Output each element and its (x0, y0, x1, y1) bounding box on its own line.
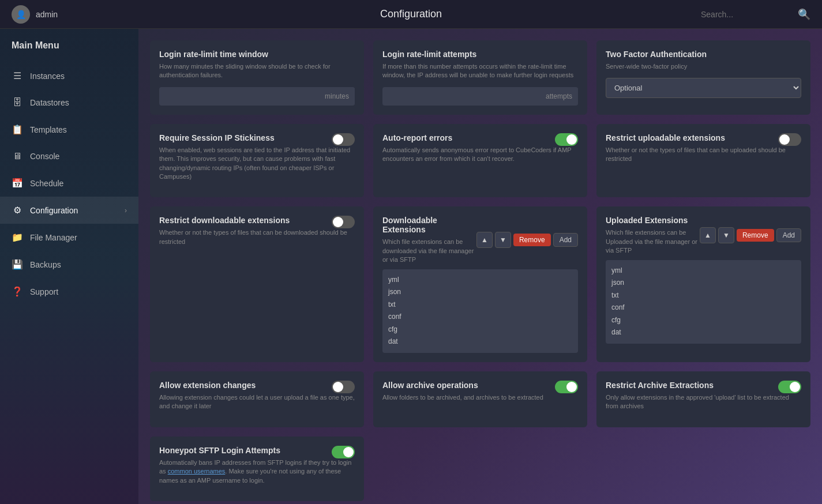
search-input[interactable] (701, 10, 793, 19)
card-header-row: Allow extension changes (159, 381, 355, 393)
card-desc: Whether or not the types of files that c… (606, 146, 801, 164)
card-desc: Server-wide two-factor policy (606, 62, 801, 71)
sidebar-item-label: Instances (30, 72, 65, 81)
card-header-row: Honeypot SFTP Login Attempts (159, 446, 355, 458)
move-up-button[interactable]: ▲ (476, 232, 493, 248)
sidebar-item-console[interactable]: 🖥 Console (0, 143, 138, 170)
sidebar-item-backups[interactable]: 💾 Backups (0, 251, 138, 278)
card-restrict-uploadable: Restrict uploadable extensions Whether o… (596, 124, 810, 198)
sidebar-heading: Main Menu (0, 40, 138, 62)
minutes-suffix: minutes (319, 88, 355, 105)
card-title: Two Factor Authentication (606, 50, 801, 59)
card-allow-archive-operations: Allow archive operations Allow folders t… (373, 371, 587, 427)
sidebar: Main Menu ☰ Instances 🗄 Datastores 📋 Tem… (0, 29, 138, 504)
schedule-icon: 📅 (12, 178, 23, 189)
card-session-ip-stickiness: Require Session IP Stickiness When enabl… (150, 124, 364, 198)
remove-button[interactable]: Remove (737, 229, 774, 242)
card-desc: When enabled, web sessions are tied to t… (159, 146, 355, 182)
sidebar-item-support[interactable]: ❓ Support (0, 278, 138, 305)
file-manager-icon: 📁 (12, 232, 23, 243)
auto-report-errors-toggle[interactable] (555, 133, 578, 146)
backups-icon: 💾 (12, 259, 23, 270)
move-up-button[interactable]: ▲ (700, 227, 716, 243)
card-restrict-downloadable: Restrict downloadable extensions Whether… (150, 206, 364, 362)
ext-card-header: Downloadable Extensions Which file exten… (382, 216, 578, 264)
restrict-downloadable-toggle[interactable] (332, 216, 355, 228)
support-icon: ❓ (12, 286, 23, 297)
ext-buttons: ▲ ▼ Remove Add (476, 232, 578, 248)
add-button[interactable]: Add (776, 228, 801, 242)
sidebar-item-label: Templates (30, 125, 67, 134)
uploaded-extensions-list[interactable]: ymljsontxtconfcfgdat (606, 260, 801, 344)
card-desc: Automatically bans IP addresses from SFT… (159, 458, 355, 485)
card-header-row: Require Session IP Stickiness (159, 133, 355, 146)
avatar: 👤 (12, 5, 30, 24)
card-title: Honeypot SFTP Login Attempts (159, 446, 280, 455)
card-desc: If more than this number attempts occurs… (382, 62, 578, 80)
sidebar-item-datastores[interactable]: 🗄 Datastores (0, 89, 138, 116)
add-button[interactable]: Add (553, 233, 578, 247)
card-desc: Automatically sends anonymous error repo… (382, 146, 578, 164)
card-title: Restrict Archive Extractions (606, 381, 714, 390)
card-header-row: Allow archive operations (382, 381, 578, 393)
card-desc: Whether or not the types of files that c… (159, 228, 355, 246)
card-header-row: Auto-report errors (382, 133, 578, 146)
card-title: Uploaded Extensions (606, 216, 700, 225)
card-title: Require Session IP Stickiness (159, 133, 275, 142)
remove-button[interactable]: Remove (513, 234, 551, 246)
sidebar-item-instances[interactable]: ☰ Instances (0, 62, 138, 89)
cards-grid: Login rate-limit time window How many mi… (150, 40, 810, 501)
attempts-input-wrap: 5 attempts (382, 87, 578, 106)
restrict-archive-extractions-toggle[interactable] (778, 381, 801, 393)
ext-buttons: ▲ ▼ Remove Add (700, 227, 801, 243)
card-title: Login rate-limit attempts (382, 50, 578, 59)
card-downloadable-extensions: Downloadable Extensions Which file exten… (373, 206, 587, 362)
common-usernames-link[interactable]: common usernames (168, 468, 226, 475)
sidebar-item-label: File Manager (30, 233, 77, 242)
card-header-row: Restrict downloadable extensions (159, 216, 355, 228)
honeypot-sftp-toggle[interactable] (332, 446, 355, 458)
move-down-button[interactable]: ▼ (495, 232, 511, 248)
sidebar-item-label: Datastores (30, 98, 69, 107)
search-icon[interactable]: 🔍 (798, 8, 810, 21)
card-honeypot-sftp: Honeypot SFTP Login Attempts Automatical… (150, 437, 364, 501)
sidebar-item-schedule[interactable]: 📅 Schedule (0, 170, 138, 197)
configuration-icon: ⚙ (12, 205, 23, 216)
topbar: 👤 admin Configuration 🔍 (0, 0, 822, 29)
card-title: Restrict uploadable extensions (606, 133, 725, 142)
login-rate-attempts-input[interactable]: 5 (382, 87, 540, 106)
card-desc: Only allow extensions in the approved 'u… (606, 393, 801, 411)
sidebar-item-templates[interactable]: 📋 Templates (0, 116, 138, 143)
card-allow-extension-changes: Allow extension changes Allowing extensi… (150, 371, 364, 427)
card-header-row: Restrict Archive Extractions (606, 381, 801, 393)
sidebar-item-file-manager[interactable]: 📁 File Manager (0, 224, 138, 251)
templates-icon: 📋 (12, 124, 23, 135)
sidebar-item-configuration[interactable]: ⚙ Configuration › (0, 197, 138, 224)
card-title: Login rate-limit time window (159, 50, 355, 59)
restrict-uploadable-toggle[interactable] (778, 133, 801, 146)
minutes-input-wrap: 5 minutes (159, 87, 355, 106)
card-desc: Which file extensions can be downloaded … (382, 238, 476, 264)
session-ip-stickiness-toggle[interactable] (332, 133, 355, 146)
allow-extension-changes-toggle[interactable] (332, 381, 355, 393)
card-title: Restrict downloadable extensions (159, 216, 290, 225)
card-login-rate-limit-attempts: Login rate-limit attempts If more than t… (373, 40, 587, 115)
card-desc: Allow folders to be archived, and archiv… (382, 393, 578, 402)
username-label: admin (36, 10, 58, 19)
page-title: Configuration (380, 8, 442, 20)
login-rate-window-input[interactable]: 5 (159, 87, 319, 106)
console-icon: 🖥 (12, 151, 23, 161)
instances-icon: ☰ (12, 70, 23, 81)
downloadable-extensions-list[interactable]: ymljsontxtconfcfgdat (382, 269, 578, 353)
card-desc: Which file extensions can be Uploaded vi… (606, 228, 700, 255)
card-title: Allow extension changes (159, 381, 256, 390)
two-factor-select[interactable]: Optional Required Disabled (606, 78, 801, 98)
allow-archive-operations-toggle[interactable] (555, 381, 578, 393)
card-uploaded-extensions: Uploaded Extensions Which file extension… (596, 206, 810, 362)
card-two-factor: Two Factor Authentication Server-wide tw… (596, 40, 810, 115)
sidebar-item-label: Schedule (30, 179, 63, 188)
datastores-icon: 🗄 (12, 97, 23, 108)
move-down-button[interactable]: ▼ (718, 227, 734, 243)
card-title: Auto-report errors (382, 133, 452, 142)
sidebar-item-label: Configuration (30, 206, 78, 215)
